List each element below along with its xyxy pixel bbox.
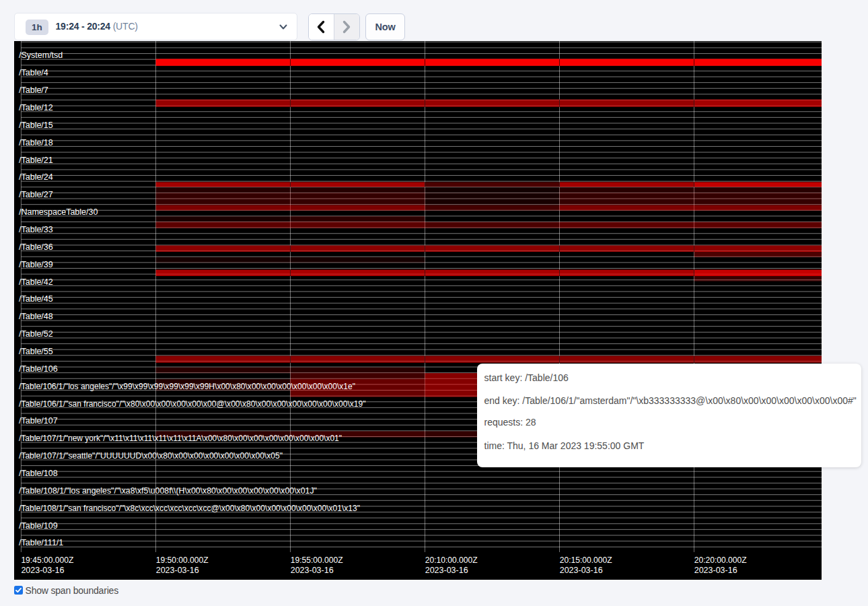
svg-text:19:45:00.000Z: 19:45:00.000Z <box>21 556 73 565</box>
svg-text:/Table/107/1/"new york"/"\x11\: /Table/107/1/"new york"/"\x11\x11\x11\x1… <box>19 434 342 443</box>
svg-text:2023-03-16: 2023-03-16 <box>694 566 737 575</box>
svg-text:/Table/52: /Table/52 <box>19 329 53 339</box>
svg-text:20:10:00.000Z: 20:10:00.000Z <box>425 556 478 565</box>
svg-text:/System/tsd: /System/tsd <box>19 50 63 60</box>
svg-text:/Table/45: /Table/45 <box>19 294 53 304</box>
svg-text:/Table/55: /Table/55 <box>19 347 53 356</box>
svg-text:/Table/111/1: /Table/111/1 <box>19 538 63 547</box>
svg-text:/Table/36: /Table/36 <box>19 242 53 252</box>
svg-text:/Table/24: /Table/24 <box>19 172 53 182</box>
svg-text:19:55:00.000Z: 19:55:00.000Z <box>291 556 343 565</box>
svg-text:/NamespaceTable/30: /NamespaceTable/30 <box>19 207 98 217</box>
svg-text:/Table/33: /Table/33 <box>19 225 53 234</box>
svg-text:/Table/21: /Table/21 <box>19 156 53 165</box>
svg-text:/Table/109: /Table/109 <box>19 521 58 531</box>
svg-text:2023-03-16: 2023-03-16 <box>291 566 334 575</box>
svg-text:/Table/39: /Table/39 <box>19 260 53 269</box>
svg-text:19:50:00.000Z: 19:50:00.000Z <box>156 556 209 565</box>
svg-text:/Table/15: /Table/15 <box>19 121 53 130</box>
svg-text:/Table/106: /Table/106 <box>19 364 58 374</box>
svg-text:20:15:00.000Z: 20:15:00.000Z <box>560 556 612 565</box>
svg-text:/Table/12: /Table/12 <box>19 103 53 112</box>
svg-text:/Table/4: /Table/4 <box>19 68 48 77</box>
svg-text:2023-03-16: 2023-03-16 <box>156 566 199 575</box>
svg-text:20:20:00.000Z: 20:20:00.000Z <box>694 556 747 565</box>
svg-text:/Table/108/1/"san francisco"/": /Table/108/1/"san francisco"/"\x8c\xcc\x… <box>19 504 360 513</box>
svg-text:/Table/42: /Table/42 <box>19 277 53 287</box>
svg-text:/Table/18: /Table/18 <box>19 138 53 147</box>
svg-text:/Table/108/1/"los angeles"/"\x: /Table/108/1/"los angeles"/"\xa8\xf5\u00… <box>19 486 317 496</box>
svg-text:/Table/27: /Table/27 <box>19 190 53 199</box>
svg-text:/Table/48: /Table/48 <box>19 312 53 321</box>
svg-text:/Table/108: /Table/108 <box>19 469 58 478</box>
svg-text:/Table/7: /Table/7 <box>19 86 48 95</box>
svg-text:/Table/106/1/"san francisco"/": /Table/106/1/"san francisco"/"\x80\x00\x… <box>19 399 366 409</box>
svg-text:2023-03-16: 2023-03-16 <box>560 566 603 575</box>
svg-text:/Table/107/1/"seattle"/"UUUUUU: /Table/107/1/"seattle"/"UUUUUUD\x00\x80\… <box>19 451 283 461</box>
svg-text:2023-03-16: 2023-03-16 <box>21 566 64 575</box>
svg-text:2023-03-16: 2023-03-16 <box>425 566 468 575</box>
svg-text:/Table/106/1/"los angeles"/"\x: /Table/106/1/"los angeles"/"\x99\x99\x99… <box>19 382 355 391</box>
svg-text:/Table/107: /Table/107 <box>19 416 58 426</box>
